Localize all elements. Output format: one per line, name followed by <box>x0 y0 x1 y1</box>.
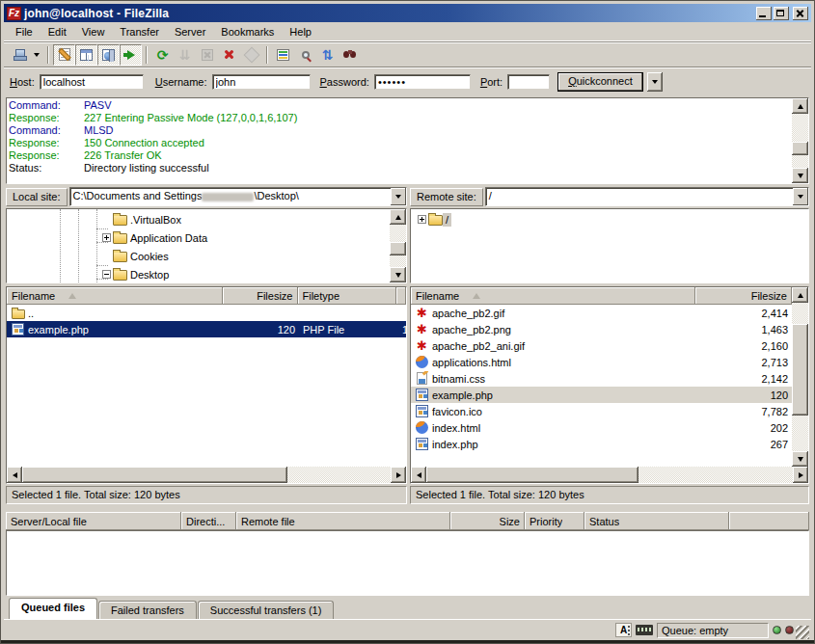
remote-site-dropdown-button[interactable] <box>793 188 808 205</box>
site-manager-button[interactable] <box>8 44 30 66</box>
site-manager-dropdown-button[interactable] <box>30 44 43 66</box>
tree-item-root[interactable]: / <box>411 210 808 228</box>
collapse-icon[interactable] <box>102 270 111 279</box>
file-row-parent-dir[interactable]: .. <box>7 305 406 321</box>
file-row[interactable]: bitnami.css2,142 <box>411 370 792 387</box>
scroll-down-button[interactable] <box>792 168 808 183</box>
host-input[interactable] <box>40 74 144 90</box>
remote-site-combobox[interactable]: / <box>485 187 809 206</box>
tree-item-label[interactable]: / <box>443 213 451 227</box>
file-row[interactable]: index.html202 <box>411 419 792 436</box>
tree-item-desktop[interactable]: Desktop <box>7 265 390 282</box>
tree-item-label[interactable]: Desktop <box>127 268 172 282</box>
find-files-button[interactable] <box>339 44 361 66</box>
file-row[interactable]: apache_pb2.png1,463 <box>411 321 792 337</box>
toggle-message-log-button[interactable] <box>53 44 75 66</box>
tree-item-cookies[interactable]: Cookies <box>7 247 390 265</box>
close-button[interactable] <box>793 7 808 20</box>
directory-comparison-button[interactable] <box>294 44 316 66</box>
queue-column-server-local-file[interactable]: Server/Local file <box>6 512 181 530</box>
column-header-filename[interactable]: Filename <box>7 287 223 305</box>
queue-column-status[interactable]: Status <box>584 512 729 530</box>
scroll-thumb[interactable] <box>792 142 808 154</box>
queue-column-direction[interactable]: Directi... <box>181 512 236 530</box>
tree-item-virtualbox[interactable]: .VirtualBox <box>7 210 390 228</box>
scroll-right-button[interactable] <box>391 467 406 483</box>
scroll-up-button[interactable] <box>792 287 808 303</box>
quickconnect-button[interactable]: Quickconnect <box>557 72 643 92</box>
reconnect-button[interactable] <box>240 44 262 66</box>
toggle-remote-tree-button[interactable] <box>97 44 120 66</box>
column-header-filename[interactable]: Filename <box>411 287 695 305</box>
maximize-button[interactable] <box>774 7 789 20</box>
data-type-ascii-icon[interactable] <box>615 623 632 637</box>
tree-item-label[interactable]: Cookies <box>127 250 172 263</box>
disconnect-button[interactable] <box>218 44 240 66</box>
local-site-combobox[interactable]: C:\Documents and Settings\Desktop\ <box>69 187 407 206</box>
synchronized-browsing-button[interactable]: ⇅ <box>316 44 339 66</box>
cancel-operation-button[interactable] <box>196 44 218 66</box>
scroll-left-button[interactable] <box>411 467 426 483</box>
local-tree-vertical-scrollbar[interactable] <box>390 209 406 282</box>
minimize-button[interactable] <box>756 7 772 20</box>
file-row[interactable]: index.php267 <box>411 436 792 452</box>
tab-failed-transfers[interactable]: Failed transfers <box>98 601 197 619</box>
column-header-filesize[interactable]: Filesize <box>223 287 298 305</box>
scroll-right-button[interactable] <box>793 467 808 483</box>
menu-view[interactable]: View <box>74 24 113 40</box>
file-row[interactable]: apache_pb2.gif2,414 <box>411 305 792 321</box>
file-row[interactable]: apache_pb2_ani.gif2,160 <box>411 337 792 354</box>
menu-help[interactable]: Help <box>282 24 319 40</box>
scroll-thumb[interactable] <box>426 467 638 483</box>
transfer-queue-body[interactable] <box>6 530 809 596</box>
tab-successful-transfers[interactable]: Successful transfers (1) <box>198 601 335 619</box>
menu-file[interactable]: File <box>8 24 41 40</box>
expand-icon[interactable] <box>418 215 426 224</box>
queue-column-priority[interactable]: Priority <box>525 512 584 530</box>
tree-item-label[interactable]: .VirtualBox <box>127 213 184 227</box>
remote-list-vertical-scrollbar[interactable] <box>792 287 808 467</box>
scroll-track[interactable] <box>792 114 808 168</box>
menu-transfer[interactable]: Transfer <box>112 24 167 40</box>
local-site-dropdown-button[interactable] <box>391 188 406 205</box>
password-input[interactable] <box>374 74 471 90</box>
scroll-thumb[interactable] <box>22 467 287 483</box>
scroll-down-button[interactable] <box>792 451 808 467</box>
menu-edit[interactable]: Edit <box>41 24 74 40</box>
menu-server[interactable]: Server <box>167 24 213 40</box>
scroll-track[interactable] <box>426 467 793 483</box>
title-bar[interactable]: john@localhost - FileZilla <box>4 4 811 22</box>
local-list-horizontal-scrollbar[interactable] <box>7 467 406 483</box>
refresh-button[interactable]: ⟳ <box>151 44 174 66</box>
scroll-up-button[interactable] <box>390 209 406 225</box>
file-row[interactable]: favicon.ico7,782 <box>411 403 792 419</box>
file-row-example-php[interactable]: example.php 120 PHP File 1 <box>7 321 406 337</box>
scroll-left-button[interactable] <box>7 467 22 483</box>
scroll-thumb[interactable] <box>390 242 406 255</box>
menu-bookmarks[interactable]: Bookmarks <box>213 24 282 40</box>
scroll-track[interactable] <box>22 467 391 483</box>
username-input[interactable] <box>212 74 311 90</box>
tree-item-application-data[interactable]: Application Data <box>7 228 390 247</box>
scroll-down-button[interactable] <box>390 267 406 282</box>
queue-column-remote-file[interactable]: Remote file <box>236 512 450 530</box>
quickconnect-dropdown-button[interactable] <box>647 72 663 92</box>
column-header-filesize[interactable]: Filesize <box>695 287 792 305</box>
column-header-lastmodified[interactable]: L <box>396 287 406 305</box>
queue-column-size[interactable]: Size <box>450 512 525 530</box>
scroll-track[interactable] <box>792 303 808 451</box>
filezilla-app-icon[interactable] <box>7 7 21 20</box>
remote-list-horizontal-scrollbar[interactable] <box>411 467 808 483</box>
scroll-up-button[interactable] <box>792 98 808 114</box>
process-queue-button[interactable]: ⇊ <box>174 44 196 66</box>
tree-item-label[interactable]: Application Data <box>127 231 210 245</box>
resize-grip[interactable] <box>796 626 809 639</box>
expand-icon[interactable] <box>102 233 111 242</box>
column-header-filetype[interactable]: Filetype <box>298 287 397 305</box>
tab-queued-files[interactable]: Queued files <box>9 598 97 619</box>
port-input[interactable] <box>507 74 550 90</box>
toggle-transfer-queue-button[interactable] <box>120 44 142 66</box>
toggle-local-tree-button[interactable] <box>75 44 97 66</box>
scroll-track[interactable] <box>390 225 406 267</box>
filter-button[interactable] <box>272 44 294 66</box>
